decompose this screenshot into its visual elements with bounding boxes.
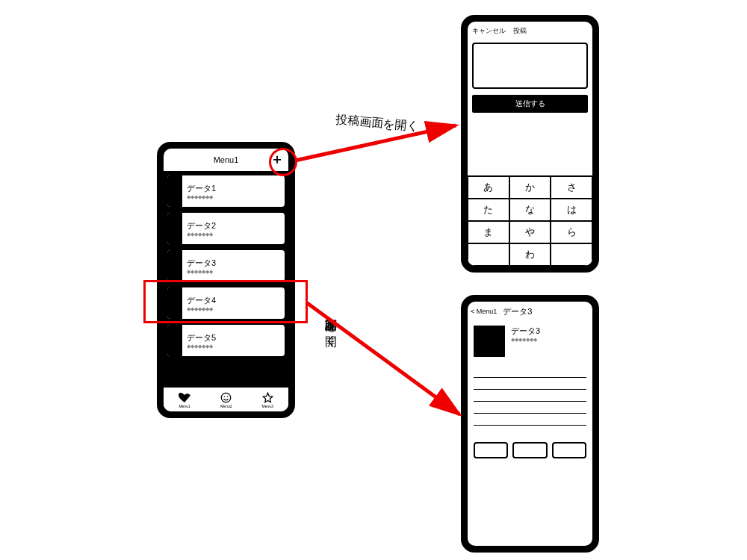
- item-subtitle: ◆◆◆◆◆◆◆: [187, 343, 216, 349]
- tab-menu3[interactable]: Menu3: [262, 391, 273, 408]
- heart-icon: [179, 391, 190, 404]
- tab-menu1[interactable]: Menu1: [179, 391, 190, 408]
- list-item[interactable]: データ1 ◆◆◆◆◆◆◆: [166, 174, 286, 208]
- item-subtitle: ◆◆◆◆◆◆◆: [187, 306, 216, 312]
- item-subtitle: ◆◆◆◆◆◆◆: [187, 269, 216, 275]
- list-item[interactable]: データ5 ◆◆◆◆◆◆◆: [166, 323, 286, 358]
- item-title: データ2: [187, 220, 216, 231]
- star-icon: [262, 391, 273, 404]
- detail-item-subtitle: ◆◆◆◆◆◆◆: [511, 337, 540, 343]
- tab-menu2[interactable]: Menu2: [220, 391, 232, 408]
- tab-bar: Menu1 Menu2 Menu3: [164, 386, 288, 411]
- detail-action-button[interactable]: [474, 442, 508, 458]
- phone-main: Menu1 ＋ データ1 ◆◆◆◆◆◆◆ データ2 ◆◆◆◆◆◆◆: [157, 142, 295, 418]
- list-item[interactable]: データ2 ◆◆◆◆◆◆◆: [166, 211, 286, 246]
- key[interactable]: は: [551, 199, 592, 221]
- item-thumbnail: [167, 325, 182, 356]
- detail-action-button[interactable]: [552, 442, 586, 458]
- key[interactable]: さ: [551, 176, 592, 199]
- detail-line: [474, 378, 586, 390]
- item-title: データ3: [187, 258, 216, 269]
- phone-detail: < Menu1 データ3 データ3 ◆◆◆◆◆◆◆: [461, 295, 599, 553]
- key[interactable]: ら: [551, 221, 592, 243]
- main-list: データ1 ◆◆◆◆◆◆◆ データ2 ◆◆◆◆◆◆◆ データ3 ◆◆◆◆◆◆◆: [164, 171, 288, 386]
- item-subtitle: ◆◆◆◆◆◆◆: [187, 231, 216, 237]
- item-title: データ4: [187, 295, 216, 306]
- key[interactable]: [468, 243, 509, 266]
- detail-header: < Menu1 データ3: [468, 302, 592, 321]
- key[interactable]: わ: [509, 243, 551, 266]
- list-item[interactable]: データ4 ◆◆◆◆◆◆◆: [166, 286, 286, 320]
- item-thumbnail: [167, 287, 182, 319]
- detail-line: [474, 366, 586, 378]
- item-subtitle: ◆◆◆◆◆◆◆: [187, 194, 216, 200]
- key[interactable]: な: [509, 199, 551, 221]
- detail-item-title: データ3: [511, 326, 540, 337]
- detail-thumbnail: [474, 326, 505, 357]
- annotation-open-detail: 詳細画面を開く: [323, 309, 338, 344]
- svg-point-0: [222, 393, 232, 402]
- tab-label: Menu1: [179, 404, 190, 408]
- phone-main-screen: Menu1 ＋ データ1 ◆◆◆◆◆◆◆ データ2 ◆◆◆◆◆◆◆: [164, 149, 288, 411]
- key[interactable]: あ: [468, 176, 509, 199]
- post-title: 投稿: [513, 26, 527, 36]
- submit-button[interactable]: 送信する: [472, 95, 588, 113]
- svg-point-1: [224, 396, 226, 397]
- main-header: Menu1 ＋: [164, 149, 288, 171]
- svg-point-2: [227, 396, 229, 397]
- key[interactable]: や: [509, 221, 551, 243]
- phone-detail-screen: < Menu1 データ3 データ3 ◆◆◆◆◆◆◆: [468, 302, 592, 546]
- key[interactable]: [551, 243, 592, 266]
- item-title: データ5: [187, 332, 216, 343]
- item-thumbnail: [167, 213, 182, 244]
- item-thumbnail: [167, 175, 182, 207]
- detail-line: [474, 390, 586, 402]
- annotation-open-post: 投稿画面を開く: [335, 112, 419, 135]
- cancel-button[interactable]: キャンセル: [472, 26, 506, 36]
- key[interactable]: か: [509, 176, 551, 199]
- add-button[interactable]: ＋: [270, 152, 284, 166]
- item-thumbnail: [167, 250, 182, 281]
- post-textarea[interactable]: [472, 43, 588, 89]
- detail-action-row: [474, 442, 586, 458]
- detail-header-title: データ3: [503, 306, 532, 317]
- detail-summary: データ3 ◆◆◆◆◆◆◆: [474, 326, 586, 357]
- phone-post-screen: キャンセル 投稿 送信する あ か さ た な は ま や ら わ: [468, 22, 592, 266]
- list-item[interactable]: データ3 ◆◆◆◆◆◆◆: [166, 249, 286, 283]
- main-header-title: Menu1: [214, 155, 239, 164]
- tab-label: Menu3: [262, 404, 273, 408]
- detail-action-button[interactable]: [512, 442, 547, 458]
- key[interactable]: た: [468, 199, 509, 221]
- smile-icon: [220, 391, 232, 404]
- phone-post: キャンセル 投稿 送信する あ か さ た な は ま や ら わ: [461, 15, 599, 273]
- keypad: あ か さ た な は ま や ら わ: [468, 175, 592, 266]
- detail-line: [474, 402, 586, 414]
- item-title: データ1: [187, 183, 216, 194]
- back-button[interactable]: < Menu1: [471, 308, 497, 315]
- tab-label: Menu2: [220, 404, 232, 408]
- detail-line: [474, 414, 586, 426]
- key[interactable]: ま: [468, 221, 509, 243]
- post-header: キャンセル 投稿: [468, 22, 592, 40]
